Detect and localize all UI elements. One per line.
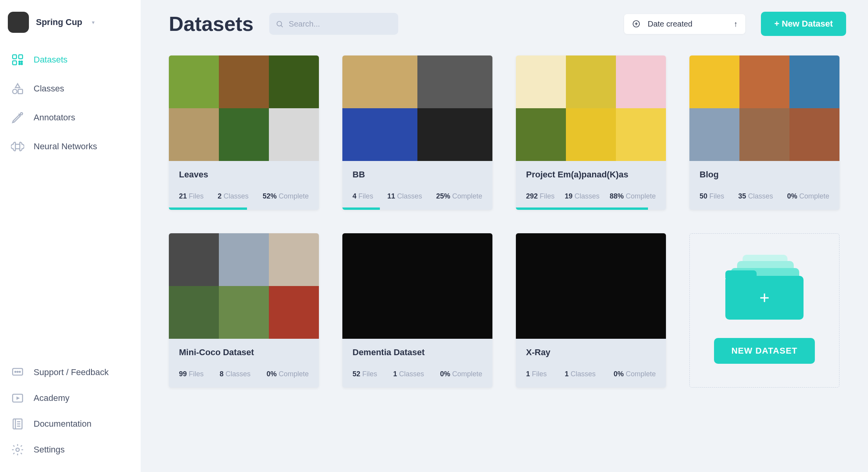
classes-stat: 1 Classes	[393, 370, 424, 378]
thumbnail	[342, 55, 417, 108]
svg-point-4	[21, 61, 22, 62]
progress-track	[342, 385, 492, 388]
thumbnail	[269, 233, 319, 286]
classes-stat: 1 Classes	[565, 370, 596, 378]
dataset-stats: 50 Files35 Classes0% Complete	[689, 180, 839, 207]
thumbnail	[616, 108, 666, 161]
svg-point-5	[19, 63, 20, 64]
dataset-stats: 52 Files1 Classes0% Complete	[342, 358, 492, 385]
thumbnail	[219, 108, 269, 161]
dataset-thumbnails	[169, 55, 319, 161]
complete-stat: 0% Complete	[614, 370, 656, 378]
svg-marker-16	[16, 397, 20, 400]
svg-point-13	[17, 371, 18, 372]
files-stat: 50 Files	[700, 192, 724, 200]
dataset-card[interactable]: Leaves21 Files2 Classes52% Complete	[169, 55, 319, 210]
thumbnail	[417, 108, 492, 161]
svg-line-24	[281, 25, 283, 27]
new-dataset-tile[interactable]: +NEW DATASET	[689, 233, 839, 388]
thumbnail	[689, 108, 739, 161]
nav-label: Settings	[34, 445, 65, 455]
svg-rect-2	[13, 61, 16, 65]
thumbnail	[269, 108, 319, 161]
thumbnail	[739, 55, 789, 108]
thumbnail	[219, 286, 269, 339]
complete-stat: 0% Complete	[787, 192, 829, 200]
plus-circle-icon	[632, 20, 641, 28]
page-title: Datasets	[169, 12, 254, 36]
dataset-card[interactable]: X-Ray1 Files1 Classes0% Complete	[516, 233, 666, 388]
dataset-card[interactable]: Dementia Dataset52 Files1 Classes0% Comp…	[342, 233, 492, 388]
nav-main: DatasetsClassesAnnotatorsNeural Networks	[0, 45, 141, 161]
files-stat: 21 Files	[179, 192, 204, 200]
academy-icon	[11, 392, 24, 405]
dataset-thumbnails	[169, 233, 319, 339]
thumbnail	[616, 55, 666, 108]
thumbnail	[789, 55, 839, 108]
dataset-name: Mini-Coco Dataset	[179, 347, 309, 358]
progress-bar	[342, 207, 380, 210]
header: Datasets Date created ↑ + New Dataset	[169, 12, 846, 36]
nav-item-annot[interactable]: Annotators	[0, 103, 141, 132]
nav-label: Annotators	[34, 113, 75, 123]
dataset-stats: 292 Files19 Classes88% Complete	[516, 180, 666, 207]
thumbnail	[392, 286, 442, 339]
nav-item-neural[interactable]: Neural Networks	[0, 132, 141, 161]
files-stat: 52 Files	[353, 370, 377, 378]
svg-point-3	[19, 61, 20, 62]
thumbnail	[417, 55, 492, 108]
dataset-card[interactable]: Blog50 Files35 Classes0% Complete	[689, 55, 839, 210]
thumbnail	[392, 233, 442, 286]
dataset-grid: Leaves21 Files2 Classes52% CompleteBB4 F…	[169, 55, 846, 388]
dataset-card[interactable]: Mini-Coco Dataset99 Files8 Classes0% Com…	[169, 233, 319, 388]
svg-point-23	[277, 21, 281, 26]
progress-track	[169, 385, 319, 388]
thumbnail	[739, 108, 789, 161]
thumbnail	[169, 233, 219, 286]
complete-stat: 0% Complete	[267, 370, 309, 378]
nav-label: Academy	[34, 393, 70, 403]
svg-rect-9	[18, 89, 22, 93]
feedback-icon	[11, 366, 24, 379]
sidebar: Spring Cup ▾ DatasetsClassesAnnotatorsNe…	[0, 0, 141, 472]
nav-bottom-item-docs[interactable]: Documentation	[0, 411, 141, 437]
new-dataset-tile-button[interactable]: NEW DATASET	[714, 338, 814, 364]
dataset-card[interactable]: Project Em(a)panad(K)as292 Files19 Class…	[516, 55, 666, 210]
team-switcher[interactable]: Spring Cup ▾	[0, 7, 141, 42]
svg-point-10	[20, 113, 23, 115]
dataset-card[interactable]: BB4 Files11 Classes25% Complete	[342, 55, 492, 210]
search-box	[269, 13, 398, 35]
thumbnail	[269, 286, 319, 339]
datasets-icon	[11, 53, 24, 66]
thumbnail	[169, 55, 219, 108]
dataset-thumbnails	[516, 233, 666, 339]
team-name: Spring Cup	[36, 17, 82, 27]
nav-bottom-item-academy[interactable]: Academy	[0, 385, 141, 411]
thumbnail	[566, 108, 616, 161]
neural-icon	[11, 140, 24, 153]
classes-icon	[11, 82, 24, 95]
classes-stat: 19 Classes	[565, 192, 600, 200]
classes-stat: 8 Classes	[220, 370, 251, 378]
svg-marker-7	[15, 84, 20, 88]
svg-point-14	[19, 371, 20, 372]
sort-dropdown[interactable]: Date created ↑	[624, 14, 745, 34]
complete-stat: 25% Complete	[436, 192, 482, 200]
dataset-name: BB	[353, 170, 482, 180]
new-dataset-illustration: +	[725, 255, 804, 319]
nav-item-classes[interactable]: Classes	[0, 74, 141, 103]
progress-track	[516, 207, 666, 210]
nav-label: Documentation	[34, 419, 91, 429]
nav-bottom-item-settings[interactable]: Settings	[0, 437, 141, 463]
nav-item-datasets[interactable]: Datasets	[0, 45, 141, 74]
thumbnail	[269, 55, 319, 108]
svg-point-8	[13, 89, 17, 93]
new-dataset-button[interactable]: + New Dataset	[761, 12, 846, 36]
search-input[interactable]	[269, 13, 398, 35]
settings-icon	[11, 443, 24, 456]
nav-bottom-item-feedback[interactable]: Support / Feedback	[0, 359, 141, 385]
thumbnail	[516, 55, 566, 108]
files-stat: 99 Files	[179, 370, 204, 378]
svg-point-12	[15, 371, 16, 372]
dataset-thumbnails	[689, 55, 839, 161]
